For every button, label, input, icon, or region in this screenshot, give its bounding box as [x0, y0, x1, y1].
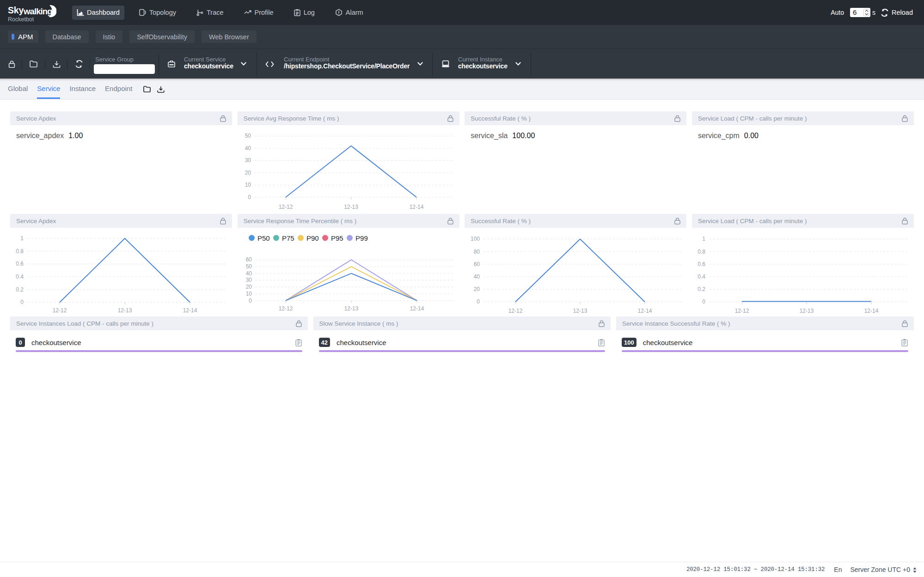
- svg-text:10: 10: [245, 182, 251, 188]
- svg-text:80: 80: [474, 249, 480, 255]
- svg-text:12-12: 12-12: [278, 204, 293, 210]
- svg-text:12-13: 12-13: [344, 204, 358, 210]
- svg-text:20: 20: [245, 170, 251, 176]
- svg-text:30: 30: [245, 277, 252, 284]
- svg-text:0.6: 0.6: [16, 261, 24, 267]
- svg-text:12-14: 12-14: [183, 307, 197, 313]
- svg-text:12-12: 12-12: [53, 307, 67, 313]
- svg-text:20: 20: [245, 284, 252, 290]
- svg-text:0: 0: [248, 194, 251, 200]
- svg-text:0.4: 0.4: [698, 273, 705, 280]
- svg-text:1: 1: [20, 235, 24, 242]
- svg-text:0.4: 0.4: [16, 273, 24, 280]
- svg-text:0: 0: [702, 299, 705, 305]
- svg-text:60: 60: [474, 261, 480, 267]
- svg-text:40: 40: [474, 273, 480, 280]
- svg-text:1: 1: [702, 236, 705, 243]
- svg-text:0.8: 0.8: [16, 248, 24, 255]
- svg-text:30: 30: [245, 158, 251, 164]
- svg-text:0.2: 0.2: [698, 286, 705, 292]
- svg-text:12-14: 12-14: [638, 308, 652, 313]
- svg-text:100: 100: [471, 236, 480, 243]
- svg-text:12-12: 12-12: [278, 305, 293, 312]
- svg-text:0: 0: [477, 299, 480, 305]
- svg-text:P50: P50: [257, 234, 270, 242]
- svg-text:P90: P90: [306, 234, 319, 242]
- svg-text:40: 40: [245, 145, 251, 152]
- svg-text:0: 0: [249, 298, 252, 304]
- svg-text:50: 50: [245, 133, 251, 140]
- svg-text:12-14: 12-14: [864, 308, 879, 313]
- svg-text:20: 20: [474, 286, 480, 292]
- svg-text:0.8: 0.8: [698, 249, 705, 255]
- svg-text:50: 50: [245, 263, 252, 270]
- svg-text:12-14: 12-14: [410, 305, 424, 312]
- svg-text:P99: P99: [355, 234, 368, 242]
- svg-text:12-12: 12-12: [508, 308, 523, 313]
- svg-text:12-13: 12-13: [573, 308, 587, 313]
- svg-text:P95: P95: [331, 234, 343, 242]
- svg-text:12-13: 12-13: [118, 307, 132, 313]
- svg-text:0.2: 0.2: [16, 286, 24, 293]
- svg-text:0.6: 0.6: [698, 261, 705, 267]
- svg-text:0: 0: [20, 299, 24, 306]
- svg-text:P75: P75: [282, 234, 294, 242]
- svg-text:10: 10: [245, 291, 252, 297]
- svg-text:12-14: 12-14: [409, 204, 423, 210]
- svg-text:40: 40: [245, 270, 252, 277]
- svg-text:12-13: 12-13: [800, 308, 814, 313]
- svg-text:60: 60: [245, 256, 252, 263]
- svg-text:12-13: 12-13: [344, 305, 358, 312]
- svg-text:12-12: 12-12: [735, 308, 749, 313]
